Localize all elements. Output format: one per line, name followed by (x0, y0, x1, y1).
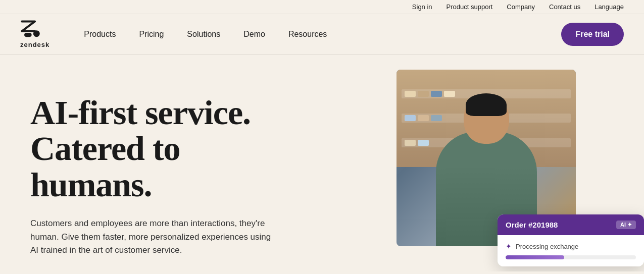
nav-links-container: Products Pricing Solutions Demo Resource… (75, 26, 561, 43)
shelf-item (405, 115, 416, 121)
person-head (464, 93, 509, 144)
ai-widget-header: Order #201988 AI ✦ (498, 214, 644, 235)
progress-bar-container (506, 255, 636, 259)
ai-widget-body: ✦ Processing exchange (498, 235, 644, 266)
contact-us-link[interactable]: Contact us (549, 3, 580, 11)
nav-demo[interactable]: Demo (234, 26, 274, 43)
svg-point-0 (33, 30, 40, 37)
processing-text: Processing exchange (516, 243, 578, 250)
hero-heading: AI-first service. Catered to humans. (30, 95, 278, 203)
order-number: Order #201988 (506, 221, 558, 229)
product-support-link[interactable]: Product support (447, 3, 493, 11)
main-navigation: zendesk Products Pricing Solutions Demo … (0, 14, 644, 54)
logo-link[interactable]: zendesk (20, 20, 49, 48)
shelf-item (405, 140, 416, 146)
shelf-item (405, 91, 416, 97)
hero-subtext: Customers and employees are more than in… (30, 217, 278, 257)
star-icon: ✦ (506, 242, 512, 250)
zendesk-wordmark: zendesk (20, 41, 49, 48)
hero-section: AI-first service. Catered to humans. Cus… (0, 54, 644, 271)
hero-image-area: Order #201988 AI ✦ ✦ Processing exchange (381, 54, 644, 271)
shelf-item (418, 91, 429, 97)
hero-text-block: AI-first service. Catered to humans. Cus… (30, 85, 278, 257)
free-trial-button[interactable]: Free trial (561, 23, 624, 46)
language-link[interactable]: Language (595, 3, 624, 11)
company-link[interactable]: Company (507, 3, 535, 11)
nav-products[interactable]: Products (75, 26, 125, 43)
nav-solutions[interactable]: Solutions (178, 26, 229, 43)
ai-widget-overlay: Order #201988 AI ✦ ✦ Processing exchange (498, 214, 644, 266)
person-hair (466, 93, 507, 116)
svg-rect-1 (24, 33, 32, 37)
progress-bar-fill (506, 255, 564, 259)
signin-link[interactable]: Sign in (412, 3, 432, 11)
shelf-item (444, 91, 455, 97)
shelf-item (418, 115, 429, 121)
shelf-item (431, 91, 442, 97)
shelf-item (418, 140, 429, 146)
processing-line: ✦ Processing exchange (506, 242, 636, 250)
top-utility-bar: Sign in Product support Company Contact … (0, 0, 644, 14)
nav-pricing[interactable]: Pricing (130, 26, 173, 43)
nav-resources[interactable]: Resources (279, 26, 336, 43)
ai-badge: AI ✦ (616, 221, 636, 229)
shelf-item (431, 115, 442, 121)
zendesk-logo-icon: zendesk (20, 20, 49, 48)
